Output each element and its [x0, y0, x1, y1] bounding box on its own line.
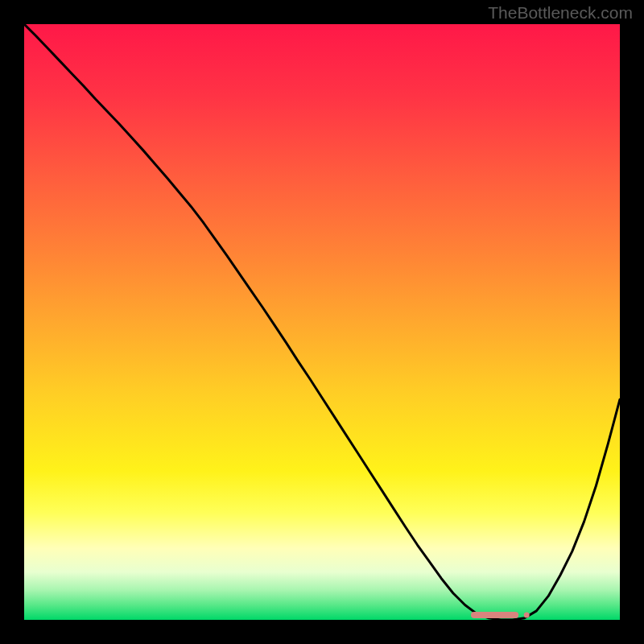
- optimal-range-marker-dot: [524, 613, 530, 618]
- optimal-range-marker: [471, 612, 518, 618]
- svg-rect-1: [24, 24, 620, 620]
- chart-container: TheBottleneck.com: [0, 0, 644, 644]
- bottleneck-chart: [0, 0, 644, 644]
- watermark-text: TheBottleneck.com: [488, 3, 633, 23]
